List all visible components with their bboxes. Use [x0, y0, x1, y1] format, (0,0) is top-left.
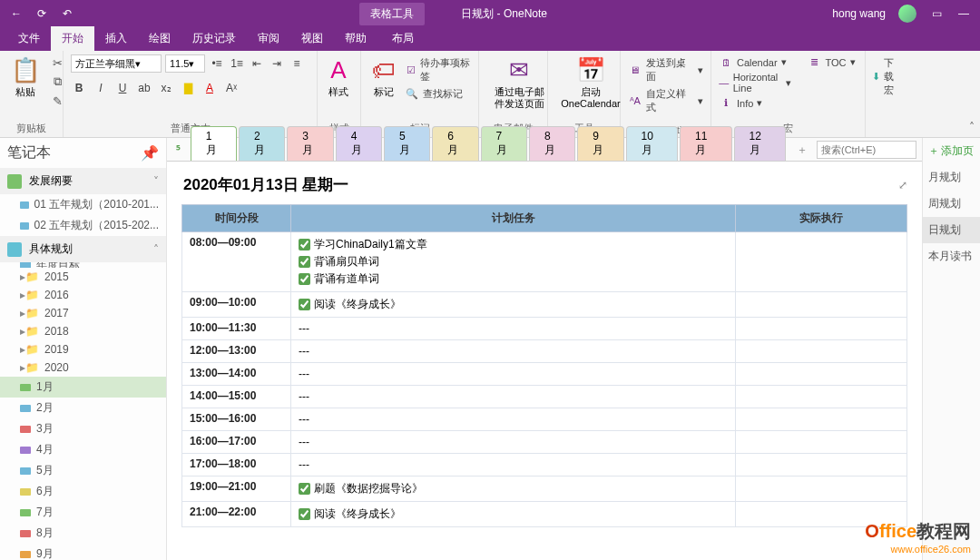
- task-checkbox[interactable]: [299, 299, 310, 310]
- task-text[interactable]: 阅读《终身成长》: [314, 297, 401, 312]
- nb-item-month[interactable]: 3月: [0, 418, 166, 439]
- task-cell[interactable]: ---: [291, 454, 736, 476]
- menu-tab-6[interactable]: 视图: [290, 26, 334, 51]
- undo-icon[interactable]: ↶: [60, 6, 74, 21]
- page-title[interactable]: 2020年01月13日 星期一: [181, 171, 350, 199]
- task-cell[interactable]: 阅读《终身成长》: [291, 502, 736, 527]
- collapse-ribbon-icon[interactable]: ˄: [969, 121, 975, 133]
- task-checkbox[interactable]: [299, 483, 310, 495]
- section-outline[interactable]: 发展纲要 ˅: [0, 168, 166, 194]
- subscript-icon[interactable]: x₂: [158, 80, 174, 96]
- nb-item-year[interactable]: ▸📁2018: [0, 322, 166, 340]
- italic-icon[interactable]: I: [93, 80, 109, 96]
- custom-style-button[interactable]: ᴬA自定义样式 ▾: [628, 87, 703, 114]
- highlight-icon[interactable]: ▇: [180, 80, 196, 96]
- month-tab-6[interactable]: 6月: [432, 126, 478, 161]
- menu-tab-4[interactable]: 历史记录: [181, 26, 247, 51]
- table-row[interactable]: 15:00—16:00---: [182, 408, 907, 431]
- actual-cell[interactable]: [736, 340, 907, 363]
- page-list-item[interactable]: 日规划: [923, 217, 980, 243]
- menu-tab-0[interactable]: 文件: [7, 26, 51, 51]
- table-row[interactable]: 21:00—22:00阅读《终身成长》: [182, 502, 907, 527]
- email-button[interactable]: ✉通过电子邮件发送页面: [486, 54, 552, 112]
- task-checkbox[interactable]: [299, 256, 310, 268]
- toc-button[interactable]: ≣TOC ▾: [808, 56, 856, 68]
- nb-item-month[interactable]: 6月: [0, 481, 166, 502]
- avatar[interactable]: [898, 5, 916, 23]
- menu-tab-7[interactable]: 帮助: [334, 26, 377, 51]
- task-text[interactable]: 背诵扇贝单词: [314, 254, 379, 270]
- font-color-icon[interactable]: A: [201, 80, 218, 96]
- pin-icon[interactable]: 📌: [141, 144, 159, 162]
- task-text[interactable]: 阅读《终身成长》: [314, 506, 401, 522]
- table-row[interactable]: 09:00—10:00阅读《终身成长》: [182, 292, 907, 318]
- nb-item-year[interactable]: ▸📁2019: [0, 340, 166, 359]
- actual-cell[interactable]: [736, 431, 907, 454]
- table-row[interactable]: 10:00—11:30---: [182, 318, 907, 340]
- minimize-icon[interactable]: —: [956, 6, 971, 21]
- time-cell[interactable]: 08:00—09:00: [182, 232, 291, 292]
- nb-item[interactable]: 02 五年规划（2015-202...: [0, 215, 166, 236]
- todo-tag-button[interactable]: ☑待办事项标签: [405, 56, 471, 84]
- clear-format-icon[interactable]: Aᵡ: [223, 80, 240, 96]
- onecalendar-button[interactable]: 📅启动OneCalendar: [555, 54, 626, 112]
- nb-item-month[interactable]: 2月: [0, 398, 166, 418]
- month-tab-9[interactable]: 9月: [577, 126, 623, 161]
- sync-icon[interactable]: ⟳: [34, 6, 49, 21]
- time-cell[interactable]: 17:00—18:00: [182, 454, 291, 476]
- month-tab-2[interactable]: 2月: [239, 126, 285, 161]
- nb-item-year[interactable]: ▸📁2017: [0, 304, 166, 322]
- strike-icon[interactable]: ab: [136, 80, 152, 96]
- month-tab-8[interactable]: 8月: [529, 126, 575, 161]
- month-tab-1[interactable]: 1月: [191, 126, 237, 161]
- task-cell[interactable]: 学习ChinaDaily1篇文章背诵扇贝单词背诵有道单词: [291, 232, 736, 292]
- time-cell[interactable]: 19:00—21:00: [182, 476, 291, 502]
- nb-item-month[interactable]: 9月: [0, 544, 166, 560]
- table-row[interactable]: 17:00—18:00---: [182, 454, 907, 476]
- task-cell[interactable]: ---: [291, 318, 736, 340]
- table-row[interactable]: 13:00—14:00---: [182, 363, 907, 386]
- bold-icon[interactable]: B: [71, 80, 87, 96]
- time-cell[interactable]: 16:00—17:00: [182, 431, 291, 454]
- menu-tab-1[interactable]: 开始: [51, 26, 94, 51]
- task-checkbox[interactable]: [299, 239, 310, 251]
- tags-button[interactable]: 🏷标记: [368, 54, 399, 100]
- time-cell[interactable]: 10:00—11:30: [182, 318, 291, 340]
- task-text[interactable]: 学习ChinaDaily1篇文章: [314, 237, 427, 252]
- menu-tab-5[interactable]: 审阅: [247, 26, 290, 51]
- table-row[interactable]: 16:00—17:00---: [182, 431, 907, 454]
- task-checkbox[interactable]: [299, 273, 310, 285]
- actual-cell[interactable]: [736, 363, 907, 386]
- table-row[interactable]: 12:00—13:00---: [182, 340, 907, 363]
- table-row[interactable]: 19:00—21:00刷题《数据挖掘导论》: [182, 476, 907, 502]
- month-tab-11[interactable]: 11月: [680, 126, 732, 161]
- task-cell[interactable]: ---: [291, 386, 736, 408]
- task-cell[interactable]: ---: [291, 431, 736, 454]
- actual-cell[interactable]: [736, 232, 907, 292]
- styles-button[interactable]: A样式: [325, 54, 352, 100]
- calendar-macro-button[interactable]: 🗓Calendar ▾: [719, 56, 791, 68]
- back-icon[interactable]: ←: [9, 6, 24, 21]
- info-button[interactable]: ℹInfo ▾: [719, 97, 791, 109]
- horizontal-line-button[interactable]: —Horizontal Line ▾: [719, 72, 791, 93]
- expand-icon[interactable]: ⤢: [898, 179, 907, 192]
- add-page-button[interactable]: ＋添加页: [923, 138, 980, 164]
- time-cell[interactable]: 12:00—13:00: [182, 340, 291, 363]
- task-cell[interactable]: ---: [291, 340, 736, 363]
- time-cell[interactable]: 09:00—10:00: [182, 292, 291, 318]
- nb-item-month[interactable]: 8月: [0, 523, 166, 544]
- task-cell[interactable]: ---: [291, 408, 736, 431]
- page-list-item[interactable]: 本月读书: [923, 243, 980, 270]
- actual-cell[interactable]: [736, 386, 907, 408]
- task-text[interactable]: 刷题《数据挖掘导论》: [314, 481, 423, 496]
- actual-cell[interactable]: [736, 408, 907, 431]
- month-tab-5[interactable]: 5月: [384, 126, 430, 161]
- month-tab-7[interactable]: 7月: [481, 126, 527, 161]
- indent-icon[interactable]: ⇥: [269, 55, 285, 72]
- task-cell[interactable]: 阅读《终身成长》: [291, 292, 736, 318]
- align-icon[interactable]: ≡: [289, 55, 305, 72]
- menu-tab-8[interactable]: 布局: [381, 26, 425, 51]
- font-size-select[interactable]: 11.5 ▾: [165, 54, 205, 73]
- month-tab-10[interactable]: 10月: [626, 126, 679, 161]
- paste-button[interactable]: 📋 粘贴: [7, 54, 44, 100]
